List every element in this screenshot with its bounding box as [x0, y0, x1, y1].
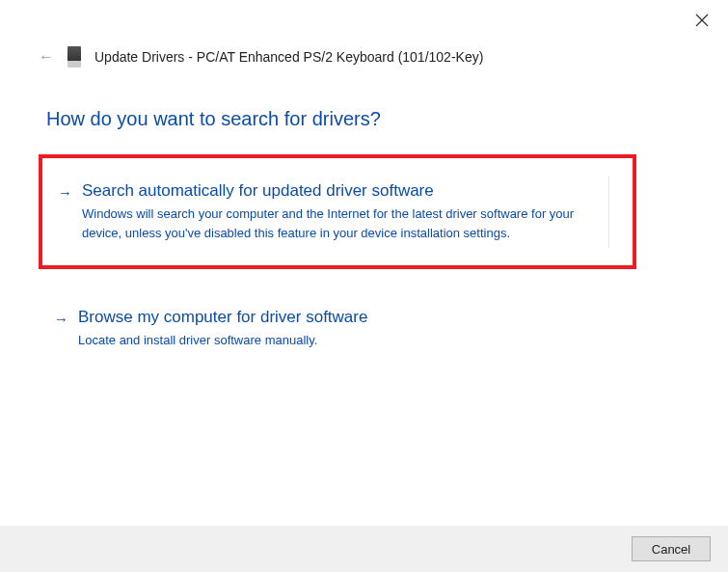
close-button[interactable] [693, 12, 711, 29]
divider [608, 176, 609, 248]
option-title: Search automatically for updated driver … [82, 181, 613, 201]
cancel-button[interactable]: Cancel [632, 536, 711, 561]
option-description: Windows will search your computer and th… [82, 204, 613, 242]
arrow-right-icon: → [54, 308, 68, 327]
option-search-automatically[interactable]: → Search automatically for updated drive… [39, 154, 636, 269]
option-description: Locate and install driver software manua… [78, 331, 617, 350]
back-arrow-icon[interactable]: ← [39, 48, 54, 66]
keyboard-device-icon [67, 46, 81, 68]
option-browse-computer[interactable]: → Browse my computer for driver software… [39, 288, 636, 369]
close-icon [695, 14, 709, 27]
header-row: ← Update Drivers - PC/AT Enhanced PS/2 K… [39, 46, 483, 68]
page-heading: How do you want to search for drivers? [46, 108, 381, 130]
footer-bar: Cancel [0, 526, 728, 572]
arrow-right-icon: → [58, 181, 72, 201]
option-title: Browse my computer for driver software [78, 308, 617, 327]
options-area: → Search automatically for updated drive… [39, 154, 636, 389]
window-title: Update Drivers - PC/AT Enhanced PS/2 Key… [94, 49, 483, 65]
